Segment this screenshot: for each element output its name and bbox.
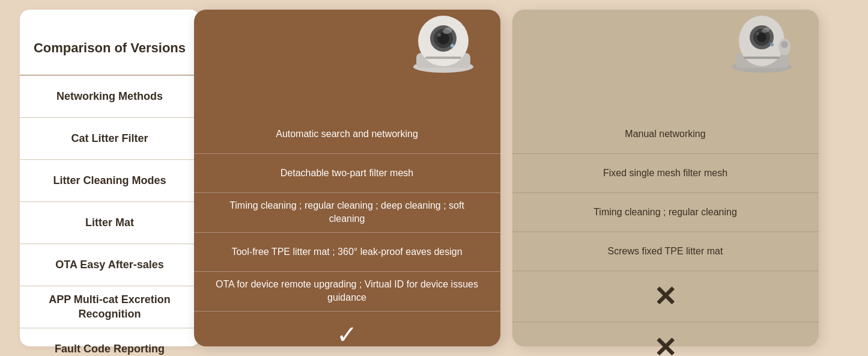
- tiplus-row-3: Tool-free TPE litter mat ; 360° leak-pro…: [194, 233, 500, 272]
- cross-icon: ✕: [654, 328, 677, 356]
- tipro-row-4: ✕: [512, 271, 819, 322]
- tiplus-column: Automatic search and networkingDetachabl…: [194, 10, 500, 346]
- tipro-row-0: Manual networking: [512, 115, 819, 154]
- check-icon: ✓: [336, 318, 357, 353]
- svg-point-18: [770, 43, 774, 46]
- cross-icon: ✕: [654, 277, 677, 316]
- sidebar-item-4: Litter Mat: [20, 202, 200, 244]
- svg-point-8: [451, 44, 454, 48]
- tiplus-row-1: Detachable two-part filter mesh: [194, 154, 500, 193]
- sidebar-item-2: Cat Litter Filter: [20, 118, 200, 160]
- tiplus-rows: Automatic search and networkingDetachabl…: [194, 115, 500, 356]
- tipro-row-3: Screws fixed TPE litter mat: [512, 232, 819, 271]
- tipro-row-2: Timing cleaning ; regular cleaning: [512, 193, 819, 232]
- tiplus-header: [194, 10, 500, 115]
- tiplus-row-0: Automatic search and networking: [194, 115, 500, 154]
- tiplus-row-5: ✓: [194, 312, 500, 356]
- tipro-device-image: [723, 10, 801, 76]
- svg-rect-9: [425, 57, 461, 59]
- tiplus-device-image: [404, 10, 482, 76]
- sidebar: Comparison of VersionsNetworking Methods…: [20, 10, 200, 346]
- tipro-row-5: ✕: [512, 322, 819, 356]
- sidebar-item-6: APP Multi-cat Excretion Recognition: [20, 286, 200, 328]
- svg-point-20: [781, 41, 788, 48]
- tipro-header: [512, 10, 819, 115]
- sidebar-item-3: Litter Cleaning Modes: [20, 160, 200, 202]
- tiplus-row-2: Timing cleaning ; regular cleaning ; dee…: [194, 193, 500, 233]
- sidebar-title: Comparison of Versions: [20, 22, 200, 76]
- sidebar-item-7: Fault Code Reporting: [20, 328, 200, 356]
- tiplus-row-4: OTA for device remote upgrading ; Virtua…: [194, 272, 500, 312]
- tipro-rows: Manual networkingFixed single mesh filte…: [512, 115, 819, 356]
- svg-point-6: [437, 33, 441, 37]
- comparison-table: Comparison of VersionsNetworking Methods…: [20, 10, 849, 346]
- svg-point-16: [756, 32, 759, 35]
- sidebar-item-5: OTA Easy After-sales: [20, 244, 200, 286]
- svg-rect-21: [744, 57, 780, 59]
- sidebar-item-1: Networking Methods: [20, 76, 200, 118]
- tipro-column: Manual networkingFixed single mesh filte…: [512, 10, 819, 346]
- tipro-row-1: Fixed single mesh filter mesh: [512, 154, 819, 193]
